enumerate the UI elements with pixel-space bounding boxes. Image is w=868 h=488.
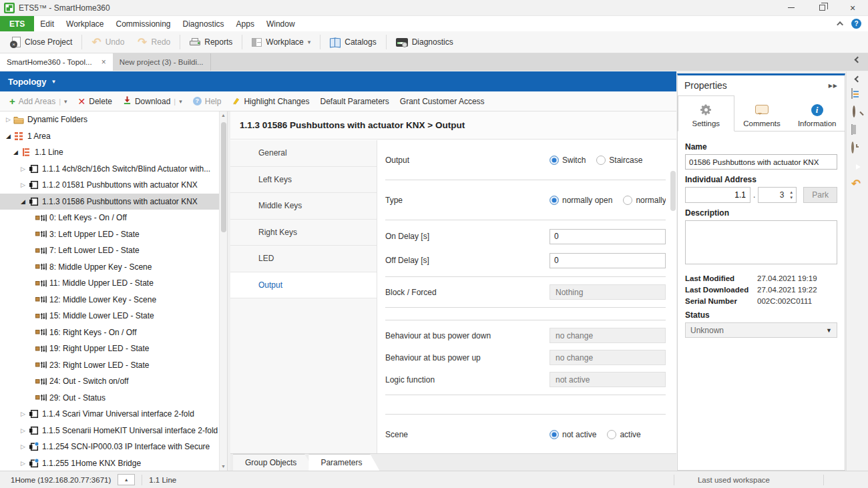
expander-expanded-icon[interactable]: ◢ <box>4 133 13 140</box>
undo-panel-icon[interactable]: ↶ <box>851 179 863 191</box>
chevron-down-icon[interactable]: ▾ <box>179 98 182 105</box>
tree-item-8-middle-upper-key-scene[interactable]: 8: Middle Upper Key - Scene <box>0 259 227 276</box>
tree-item-19-right-upper-led-state[interactable]: 19: Right Upper LED - State <box>0 340 227 357</box>
tree-item-11-middle-upper-led-state[interactable]: 11: Middle Upper LED - State <box>0 275 227 292</box>
close-project-button[interactable]: × Close Project <box>5 33 79 51</box>
tree-item-dynamic-folders[interactable]: ▷Dynamic Folders <box>0 111 227 128</box>
tab-smarthome360-topology[interactable]: SmartHome360 - Topol... × <box>0 53 113 71</box>
param-input-on-delay-s[interactable] <box>550 229 666 244</box>
default-parameters-button[interactable]: Default Parameters <box>316 97 393 106</box>
stepper-up-icon[interactable]: ▲ <box>789 190 793 195</box>
radio-option-staircase[interactable]: Staircase <box>596 156 642 165</box>
expander-collapsed-icon[interactable]: ▷ <box>19 443 27 450</box>
expander-expanded-icon[interactable]: ◢ <box>19 198 27 205</box>
redo-button[interactable]: ↷ Redo <box>131 33 177 51</box>
stepper-down-icon[interactable]: ▼ <box>789 195 793 200</box>
highlight-changes-button[interactable]: Highlight Changes <box>228 96 313 107</box>
param-input-off-delay-s[interactable] <box>550 253 666 268</box>
close-button[interactable]: × <box>837 0 868 15</box>
param-select-logic-function[interactable]: not active <box>550 372 666 387</box>
tree-item-1-1-2-01581-pushbuttons-with-actuator-knx[interactable]: ▷1.1.2 01581 Pushbuttons with actuator K… <box>0 177 227 194</box>
param-select-block-forced[interactable]: Nothing <box>550 284 666 300</box>
radio-selected-icon[interactable] <box>550 196 559 205</box>
tree-item-1-1-1-4ch-8ch-16ch-switch-blind-actuator-with[interactable]: ▷1.1.1 4ch/8ch/16ch Switch/Blind Actuato… <box>0 161 227 178</box>
restore-button[interactable] <box>807 0 837 15</box>
scrollbar-thumb[interactable] <box>221 122 226 232</box>
tab-information[interactable]: i Information <box>789 95 845 131</box>
param-page-tab-general[interactable]: General <box>230 140 377 167</box>
help-icon[interactable]: ? <box>851 19 861 29</box>
name-input[interactable] <box>685 154 837 170</box>
tab-parameters[interactable]: Parameters <box>308 454 379 471</box>
catalogs-button[interactable]: Catalogs <box>323 33 383 51</box>
tree-item-12-middle-lower-key-scene[interactable]: 12: Middle Lower Key - Scene <box>0 292 227 308</box>
radio-selected-icon[interactable] <box>550 156 559 165</box>
tree-item-23-right-lower-led-state[interactable]: 23: Right Lower LED - State <box>0 357 227 374</box>
park-button[interactable]: Park <box>803 187 837 203</box>
menu-window[interactable]: Window <box>260 16 301 31</box>
reports-button[interactable]: Reports <box>183 33 239 51</box>
expander-collapsed-icon[interactable]: ▷ <box>4 116 13 123</box>
param-page-tab-right-keys[interactable]: Right Keys <box>230 220 377 246</box>
tree-item-15-middle-lower-led-state[interactable]: 15: Middle Lower LED - State <box>0 308 227 324</box>
param-page-tab-middle-keys[interactable]: Middle Keys <box>230 193 377 220</box>
tab-comments[interactable]: Comments <box>734 95 790 131</box>
menu-workplace[interactable]: Workplace <box>60 16 110 31</box>
report-panel-icon[interactable] <box>851 89 863 101</box>
menu-apps[interactable]: Apps <box>230 16 260 31</box>
history-icon[interactable] <box>851 143 863 155</box>
download-button[interactable]: Download | ▾ <box>119 95 186 107</box>
expander-collapsed-icon[interactable]: ▷ <box>19 427 27 434</box>
description-textarea[interactable] <box>685 220 837 264</box>
tab-group-objects[interactable]: Group Objects <box>233 454 314 471</box>
radio-option-normally-open[interactable]: normally open <box>550 196 612 205</box>
connection-status[interactable]: 1Home (192.168.20.77:3671) <box>11 476 111 484</box>
status-dropdown[interactable]: Unknown ▼ <box>685 322 837 338</box>
radio-option-not-active[interactable]: not active <box>550 430 596 439</box>
tree-item-1-area[interactable]: ◢1 Area <box>0 128 227 145</box>
collapse-ribbon-icon[interactable] <box>837 21 843 28</box>
run-icon[interactable] <box>851 161 863 173</box>
collapse-panel-icon[interactable] <box>855 57 861 63</box>
tree-item-1-1-255-1home-knx-bridge[interactable]: ▷1.1.255 1Home KNX Bridge <box>0 455 227 471</box>
menu-diagnostics[interactable]: Diagnostics <box>177 16 230 31</box>
diagnostics-button[interactable]: Diagnostics <box>389 33 460 51</box>
expander-collapsed-icon[interactable]: ▷ <box>19 182 27 188</box>
undo-button[interactable]: ↶ Undo <box>85 33 131 51</box>
tree-item-0-left-keys-on-off[interactable]: 0: Left Keys - On / Off <box>0 210 227 226</box>
radio-option-active[interactable]: active <box>607 430 640 439</box>
radio-selected-icon[interactable] <box>550 430 559 439</box>
radio-option-normally-closed[interactable]: normally closed <box>623 196 666 205</box>
expander-expanded-icon[interactable]: ◢ <box>11 149 20 156</box>
address-line-input[interactable] <box>685 187 750 203</box>
tree-item-29-out-status[interactable]: 29: Out - Status <box>0 390 227 407</box>
param-page-tab-led[interactable]: LED <box>230 246 377 272</box>
radio-unselected-icon[interactable] <box>596 156 606 165</box>
connection-toggle-button[interactable]: ▲ <box>118 474 135 485</box>
param-select-behaviour-at-bus-power-down[interactable]: no change <box>550 328 666 343</box>
grant-customer-access-button[interactable]: Grant Customer Access <box>396 97 489 106</box>
radio-unselected-icon[interactable] <box>623 196 632 205</box>
expander-collapsed-icon[interactable]: ▷ <box>19 166 27 172</box>
tree-item-7-left-lower-led-state[interactable]: 7: Left Lower LED - State <box>0 242 227 259</box>
close-tab-icon[interactable]: × <box>101 57 106 67</box>
search-icon[interactable] <box>851 107 863 119</box>
workplace-panel-icon[interactable] <box>851 125 863 137</box>
radio-option-switch[interactable]: Switch <box>550 156 586 165</box>
add-areas-button[interactable]: + Add Areas | ▾ <box>5 96 71 106</box>
tree-item-24-out-switch-on-off[interactable]: 24: Out - Switch on/off <box>0 373 227 390</box>
workplace-button[interactable]: Workplace ▾ <box>245 33 317 51</box>
tree-item-1-1-254-scn-ip000-03-ip-interface-with-secure[interactable]: ▷1.1.254 SCN-IP000.03 IP Interface with … <box>0 439 227 455</box>
help-button[interactable]: ? Help <box>189 97 226 106</box>
menu-commissioning[interactable]: Commissioning <box>110 16 177 31</box>
tree-item-1-1-4-scari-vimar-universal-interface-2-fold[interactable]: ▷1.1.4 Scari Vimar Universal interface 2… <box>0 406 227 423</box>
address-device-stepper[interactable]: 3 ▲▼ <box>758 187 797 203</box>
collapse-properties-icon[interactable]: ▶▶ <box>829 83 838 89</box>
tree-item-3-left-upper-led-state[interactable]: 3: Left Upper LED - State <box>0 226 227 243</box>
param-select-behaviour-at-bus-power-up[interactable]: no change <box>550 350 666 365</box>
tree-scrollbar[interactable]: ▲ ▼ <box>219 111 227 471</box>
expander-collapsed-icon[interactable]: ▷ <box>19 411 27 417</box>
minimize-button[interactable] <box>776 0 807 15</box>
tree-item-1-1-line[interactable]: ◢1.1 Line <box>0 144 227 161</box>
tree-item-1-1-5-scenarii-homekit-universal-interface-2-fold[interactable]: ▷1.1.5 Scenarii HomeKIT Universal interf… <box>0 423 227 439</box>
